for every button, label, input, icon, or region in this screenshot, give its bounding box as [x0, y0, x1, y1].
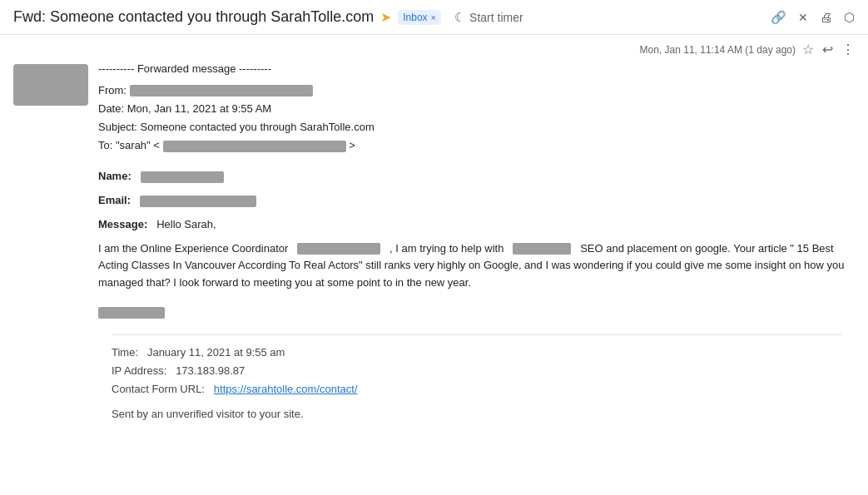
- footer-ip-row: IP Address: 173.183.98.87: [112, 362, 841, 380]
- message-text: Message: Hello Sarah,: [98, 216, 855, 234]
- to-row: To: "sarah" < >: [98, 136, 855, 155]
- footer-url-label: Contact Form URL:: [112, 383, 205, 395]
- company2-redacted: [513, 243, 571, 255]
- email-timestamp: Mon, Jan 11, 11:14 AM (1 day ago): [640, 44, 796, 56]
- meta-icons: [802, 42, 855, 57]
- email-body: ---------- Forwarded message --------- F…: [98, 61, 855, 423]
- inbox-tag-close[interactable]: ×: [431, 12, 436, 22]
- inbox-tag[interactable]: Inbox ×: [398, 10, 441, 25]
- inbox-tag-label: Inbox: [403, 12, 427, 23]
- name-label: Name:: [98, 170, 131, 182]
- close-icon[interactable]: [798, 10, 808, 25]
- signature-redacted: [98, 307, 165, 319]
- print-icon[interactable]: [820, 10, 832, 25]
- subject-value: Someone contacted you through SarahTolle…: [141, 121, 374, 133]
- footer-time-row: Time: January 11, 2021 at 9:55 am: [112, 344, 841, 362]
- from-redacted: [130, 85, 313, 97]
- footer-ip-value: 173.183.98.87: [176, 364, 245, 377]
- footer-url-row: Contact Form URL: https://sarahtolle.com…: [112, 380, 841, 398]
- date-label: Date:: [98, 102, 124, 115]
- star-icon[interactable]: [802, 42, 814, 57]
- open-external-icon[interactable]: [844, 10, 855, 25]
- forwarded-meta: From: Date: Mon, Jan 11, 2021 at 9:55 AM…: [98, 82, 855, 155]
- link-icon[interactable]: [771, 10, 786, 25]
- email-subject: Fwd: Someone contacted you through Sarah…: [13, 8, 374, 26]
- subject-row: Subject: Someone contacted you through S…: [98, 118, 855, 136]
- email-meta: Mon, Jan 11, 11:14 AM (1 day ago): [0, 35, 868, 61]
- start-timer-label: Start timer: [469, 11, 523, 24]
- signature-row: [98, 304, 855, 321]
- forwarded-separator-text: ---------- Forwarded message ---------: [98, 62, 271, 75]
- message-body-1: I am the Online Experience Coordinator: [98, 242, 288, 255]
- to-label: To: "sarah" <: [98, 139, 160, 151]
- email-content-scroll: Mon, Jan 11, 11:14 AM (1 day ago) ------…: [0, 35, 868, 484]
- timer-icon: [454, 10, 465, 25]
- email-field-row: Email:: [98, 192, 855, 210]
- to-redacted: [163, 141, 346, 152]
- message-hello: Hello Sarah,: [156, 218, 216, 230]
- reply-icon[interactable]: [822, 42, 833, 57]
- more-options-icon[interactable]: [841, 42, 855, 57]
- message-paragraph: I am the Online Experience Coordinator ,…: [98, 240, 855, 292]
- footer-time-value: January 11, 2021 at 9:55 am: [147, 346, 285, 359]
- message-body-2: , I am trying to help with: [389, 242, 503, 255]
- from-row: From:: [98, 82, 855, 100]
- date-value: Mon, Jan 11, 2021 at 9:55 AM: [127, 102, 271, 115]
- forward-icon: ➤: [380, 9, 391, 25]
- header-action-icons: [771, 10, 855, 25]
- subject-label: Subject:: [98, 121, 137, 133]
- footer-sent-by-text: Sent by an unverified visitor to your si…: [112, 408, 304, 420]
- email-footer: Time: January 11, 2021 at 9:55 am IP Add…: [112, 334, 841, 423]
- date-row: Date: Mon, Jan 11, 2021 at 9:55 AM: [98, 100, 855, 118]
- email-body-container: ---------- Forwarded message --------- F…: [0, 61, 868, 423]
- email-header: Fwd: Someone contacted you through Sarah…: [0, 0, 868, 35]
- name-field-row: Name:: [98, 168, 855, 186]
- email-value-redacted: [140, 196, 256, 207]
- footer-time-label: Time:: [112, 346, 138, 359]
- footer-url-link[interactable]: https://sarahtolle.com/contact/: [214, 383, 358, 395]
- footer-ip-label: IP Address:: [112, 364, 166, 377]
- company-redacted: [297, 243, 380, 255]
- avatar: [13, 64, 88, 106]
- start-timer-button[interactable]: Start timer: [454, 10, 523, 25]
- footer-sent-by: Sent by an unverified visitor to your si…: [112, 405, 841, 423]
- forwarded-separator: ---------- Forwarded message ---------: [98, 61, 855, 78]
- email-label: Email:: [98, 194, 131, 206]
- from-label: From:: [98, 84, 126, 97]
- name-value-redacted: [141, 171, 224, 183]
- message-content: Name: Email: Message: Hello Sarah, I: [98, 168, 855, 321]
- message-label: Message:: [98, 218, 147, 230]
